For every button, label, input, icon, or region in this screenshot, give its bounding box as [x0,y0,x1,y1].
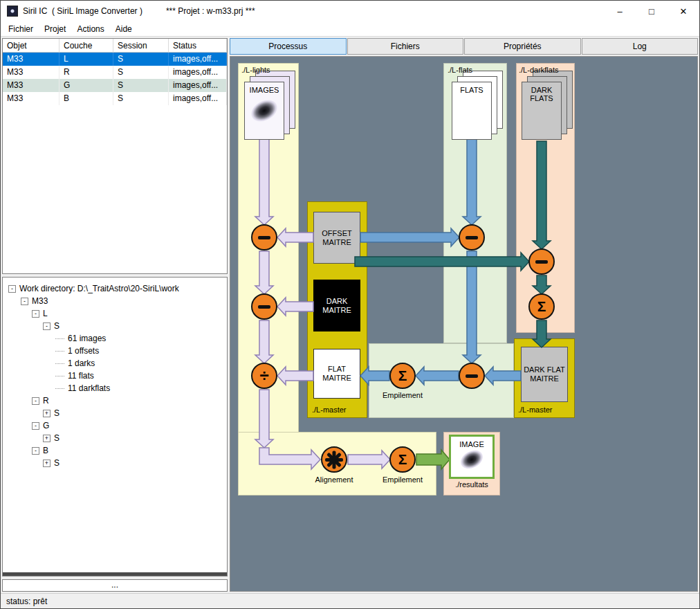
tree-leaf-darkflats[interactable]: 11 darkflats [6,382,227,394]
tree-label: 1 offsets [68,346,99,356]
label-l-lights: ./L-lights [241,66,270,74]
cell-status: images,off... [169,53,227,66]
tree-toggle-icon[interactable]: + [43,435,50,442]
close-button[interactable]: ✕ [667,1,699,21]
maximize-button[interactable]: □ [636,1,667,21]
tree-scrollbar[interactable] [3,572,227,576]
tree-label: M33 [32,296,48,306]
tab-processus[interactable]: Processus [230,38,347,55]
cell-objet: M33 [3,79,59,92]
tree-toggle-icon[interactable]: - [32,447,39,455]
tree-item-g[interactable]: - G [6,419,227,432]
tree-item-b[interactable]: - B [6,444,227,457]
tree-label: 61 images [68,334,106,343]
tree-leaf-offsets[interactable]: 1 offsets [6,345,227,357]
menu-projet[interactable]: Projet [39,23,71,35]
tree-toggle-icon[interactable]: - [32,310,39,318]
app-icon [7,6,18,17]
tree-label: 1 darks [68,358,95,368]
label-alignement: Alignement [306,475,362,484]
tree-connector [55,351,64,352]
table-row-m33-g[interactable]: M33 G S images,off... [3,79,227,92]
tree-item-l[interactable]: - L [6,307,227,320]
tree-leaf-flats[interactable]: 11 flats [6,370,227,382]
tree-item-l-s[interactable]: - S [6,320,227,332]
tree-item-workdir[interactable]: - Work directory: D:\_TraitAstro\20-Siri… [6,282,227,295]
cell-couche: G [59,79,113,92]
tree-item-r[interactable]: - R [6,394,227,407]
cell-objet: M33 [3,53,59,66]
cell-objet: M33 [3,66,59,79]
tab-fichiers[interactable]: Fichiers [347,38,464,55]
tree-leaf-darks[interactable]: 1 darks [6,357,227,370]
subtract-node-dark [251,293,277,320]
darkflats-label: DARK FLATS [522,82,561,102]
tree-toggle-icon[interactable]: - [32,397,39,405]
cell-session: S [113,79,169,92]
menubar: Fichier Projet Actions Aide [1,21,699,37]
minus-icon [258,236,270,239]
column-header-session[interactable]: Session [113,39,169,53]
app-window: Siril IC ( SiriL Image Converter ) *** P… [0,0,700,609]
minus-icon [535,260,548,264]
minimize-button[interactable]: – [604,1,636,21]
tree-toggle-icon[interactable]: + [43,410,50,417]
tree-toggle-icon[interactable]: - [43,322,50,330]
divide-icon: ÷ [259,369,268,383]
label-l-master-right: ./L-master [518,406,553,414]
darkflats-stack: DARK FLATS [522,71,575,143]
table-row-m33-l[interactable]: M33 L S images,off... [3,53,227,66]
tree-toggle-icon[interactable]: - [32,422,39,430]
minus-icon [466,374,478,378]
table-header: Objet Couche Session Status [3,39,227,53]
minus-icon [258,305,270,309]
tab-log[interactable]: Log [582,38,699,55]
tree-leaf-images[interactable]: 61 images [6,332,227,345]
sigma-icon: Σ [537,298,546,315]
column-header-couche[interactable]: Couche [59,39,113,53]
images-label: IMAGES [250,82,279,94]
tree-label: G [43,421,49,430]
cell-couche: L [59,53,113,66]
cell-status: images,off... [169,66,227,79]
tree-label: S [54,433,59,443]
galaxy-thumbnail [248,96,281,126]
menu-aide[interactable]: Aide [110,23,138,35]
table-row-m33-b[interactable]: M33 B S images,off... [3,92,227,105]
cell-couche: B [59,92,113,105]
cell-status: images,off... [169,79,227,92]
tree-item-r-s[interactable]: + S [6,407,227,419]
darkflat-master-box: DARK FLAT MAITRE [521,347,568,402]
tree-label: R [43,396,49,406]
status-text: status: prêt [6,597,47,606]
galaxy-thumbnail [457,446,486,472]
gear-icon [325,451,343,469]
tree-item-g-s[interactable]: + S [6,432,227,444]
tree-item-m33[interactable]: - M33 [6,295,227,307]
flats-label: FLATS [460,82,483,94]
tree-connector [55,363,64,364]
tree-toggle-icon[interactable]: + [43,460,50,467]
darkflats-card: DARK FLATS [522,82,562,140]
subtract-node-darkflats [528,248,555,275]
tab-bar: Processus Fichiers Propriétés Log [230,38,698,55]
table-row-m33-r[interactable]: M33 R S images,off... [3,66,227,79]
tree-connector [55,388,64,389]
tree-label: 11 flats [68,371,94,381]
cell-session: S [113,92,169,105]
tree-toggle-icon[interactable]: - [21,298,28,305]
menu-actions[interactable]: Actions [71,23,109,35]
menu-fichier[interactable]: Fichier [3,23,39,35]
tree-item-b-s[interactable]: + S [6,457,227,469]
cell-session: S [113,53,169,66]
flat-master-box: FLAT MAITRE [313,349,360,399]
label-l-flats: ./L-flats [448,66,472,74]
tree-toggle-icon[interactable]: - [8,285,16,293]
column-header-status[interactable]: Status [169,39,227,53]
label-l-darkflats: ./L-darkflats [519,66,558,74]
images-card: IMAGES [244,82,284,140]
tree-label: 11 darkflats [68,383,110,393]
column-header-objet[interactable]: Objet [3,39,59,53]
tab-proprietes[interactable]: Propriétés [464,38,581,55]
more-bar[interactable]: ... [2,579,228,592]
